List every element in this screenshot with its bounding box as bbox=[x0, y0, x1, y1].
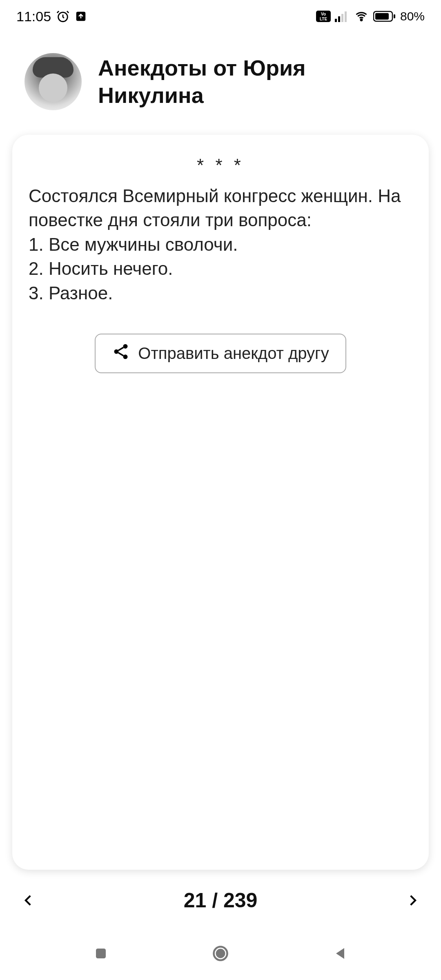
joke-text: Состоялся Всемирный конгресс женщин. На … bbox=[29, 184, 412, 305]
nav-back-button[interactable] bbox=[328, 941, 352, 966]
share-button[interactable]: Отправить анекдот другу bbox=[95, 334, 346, 373]
svg-point-9 bbox=[361, 19, 362, 21]
pager-next-button[interactable] bbox=[400, 888, 425, 913]
svg-rect-12 bbox=[394, 14, 395, 18]
wifi-icon bbox=[354, 10, 369, 22]
battery-percentage: 80% bbox=[400, 9, 425, 23]
svg-point-15 bbox=[123, 354, 128, 359]
signal-icon bbox=[335, 11, 350, 22]
battery-icon bbox=[373, 10, 396, 22]
joke-card[interactable]: * * * Состоялся Всемирный конгресс женщи… bbox=[12, 135, 429, 870]
status-right: Vo LTE bbox=[316, 9, 425, 23]
status-left: 11:05 bbox=[16, 9, 87, 24]
joke-separator-stars: * * * bbox=[29, 155, 412, 176]
svg-rect-5 bbox=[335, 19, 337, 22]
svg-rect-11 bbox=[375, 13, 389, 20]
status-bar: 11:05 Vo LTE bbox=[0, 0, 441, 33]
status-time: 11:05 bbox=[16, 9, 51, 24]
svg-rect-6 bbox=[338, 16, 340, 22]
page-title: Анекдоты от Юрия Никулина bbox=[98, 54, 416, 109]
share-icon bbox=[112, 343, 130, 364]
svg-text:LTE: LTE bbox=[320, 17, 327, 21]
svg-point-18 bbox=[217, 950, 224, 957]
svg-rect-7 bbox=[341, 14, 343, 22]
app-header: Анекдоты от Юрия Никулина bbox=[0, 33, 441, 127]
nav-home-button[interactable] bbox=[208, 941, 233, 966]
author-avatar bbox=[24, 53, 82, 110]
svg-point-13 bbox=[123, 344, 128, 349]
svg-text:Vo: Vo bbox=[321, 12, 326, 16]
svg-rect-16 bbox=[96, 949, 106, 958]
pager-count: 21 / 239 bbox=[184, 889, 258, 912]
pager: 21 / 239 bbox=[0, 874, 441, 927]
nav-recent-button[interactable] bbox=[89, 941, 113, 966]
upload-icon bbox=[75, 10, 87, 22]
pager-prev-button[interactable] bbox=[16, 888, 41, 913]
alarm-icon bbox=[56, 9, 70, 23]
system-nav-bar bbox=[0, 927, 441, 980]
volte-icon: Vo LTE bbox=[316, 11, 331, 22]
svg-point-14 bbox=[114, 349, 119, 354]
svg-rect-8 bbox=[345, 11, 347, 22]
share-button-label: Отправить анекдот другу bbox=[138, 344, 329, 363]
